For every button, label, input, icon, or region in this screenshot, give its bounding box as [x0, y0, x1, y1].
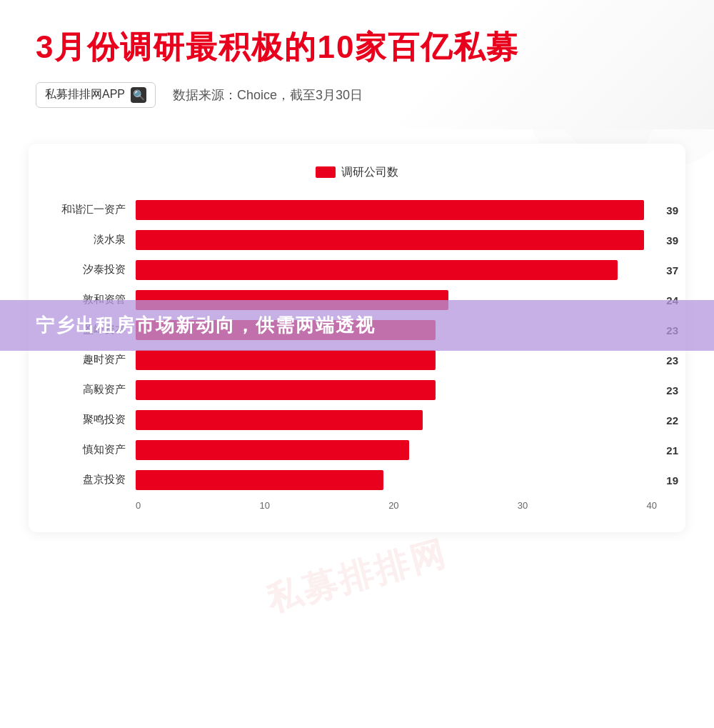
bar-value-0: 39 [666, 204, 678, 216]
bar-fill-9 [136, 470, 383, 490]
bar-row: 淡水泉 39 [57, 230, 657, 250]
chart-legend: 调研公司数 [57, 165, 657, 180]
bar-value-8: 21 [666, 444, 678, 456]
bar-fill-5 [136, 350, 436, 370]
bar-fill-6 [136, 380, 436, 400]
bar-value-1: 39 [666, 234, 678, 246]
bar-row: 趣时资产 23 [57, 350, 657, 370]
app-badge[interactable]: 私募排排网APP 🔍 [36, 82, 156, 108]
bar-label-1: 淡水泉 [57, 233, 136, 246]
bar-value-5: 23 [666, 354, 678, 366]
bar-track-9: 19 [136, 470, 657, 490]
bar-fill-8 [136, 440, 409, 460]
search-icon[interactable]: 🔍 [131, 87, 146, 103]
source-bar: 私募排排网APP 🔍 数据来源：Choice，截至3月30日 [36, 82, 678, 108]
source-text: 数据来源：Choice，截至3月30日 [173, 86, 363, 104]
bar-track-6: 23 [136, 380, 657, 400]
bar-fill-7 [136, 410, 423, 430]
bar-track-2: 37 [136, 260, 657, 280]
bar-label-7: 聚鸣投资 [57, 413, 136, 427]
bar-row: 慎知资产 21 [57, 440, 657, 460]
overlay-banner: 宁乡出租房市场新动向，供需两端透视 [0, 300, 714, 351]
bar-fill-1 [136, 230, 644, 250]
x-tick-2: 20 [388, 500, 398, 511]
bar-track-1: 39 [136, 230, 657, 250]
bar-track-8: 21 [136, 440, 657, 460]
bar-fill-0 [136, 200, 644, 220]
bar-value-7: 22 [666, 414, 678, 426]
bar-label-8: 慎知资产 [57, 443, 136, 457]
bar-row: 汐泰投资 37 [57, 260, 657, 280]
x-tick-0: 0 [136, 500, 141, 511]
legend-color-swatch [316, 166, 336, 178]
bar-row: 高毅资产 23 [57, 380, 657, 400]
header-section: 3月份调研最积极的10家百亿私募 私募排排网APP 🔍 数据来源：Choice，… [0, 0, 714, 129]
x-tick-3: 30 [518, 500, 528, 511]
bar-track-0: 39 [136, 200, 657, 220]
x-tick-4: 40 [647, 500, 657, 511]
bar-label-6: 高毅资产 [57, 383, 136, 397]
bar-track-5: 23 [136, 350, 657, 370]
bar-label-2: 汐泰投资 [57, 263, 136, 276]
x-tick-1: 10 [259, 500, 269, 511]
bar-label-9: 盘京投资 [57, 473, 136, 487]
watermark: 私募排排网 [261, 530, 453, 622]
bar-row: 和谐汇一资产 39 [57, 200, 657, 220]
x-axis-inner: 010203040 [136, 500, 657, 511]
bar-value-9: 19 [666, 474, 678, 486]
bar-value-2: 37 [666, 264, 678, 276]
page-title: 3月份调研最积极的10家百亿私募 [36, 29, 678, 66]
bar-label-0: 和谐汇一资产 [57, 203, 136, 216]
overlay-banner-text: 宁乡出租房市场新动向，供需两端透视 [36, 314, 376, 336]
bar-label-5: 趣时资产 [57, 353, 136, 367]
bar-row: 盘京投资 19 [57, 470, 657, 490]
bar-track-7: 22 [136, 410, 657, 430]
bar-row: 聚鸣投资 22 [57, 410, 657, 430]
legend-label: 调研公司数 [341, 165, 398, 180]
x-axis: 010203040 [57, 500, 657, 511]
app-name: 私募排排网APP [45, 87, 125, 102]
bar-fill-2 [136, 260, 618, 280]
bar-value-6: 23 [666, 384, 678, 396]
